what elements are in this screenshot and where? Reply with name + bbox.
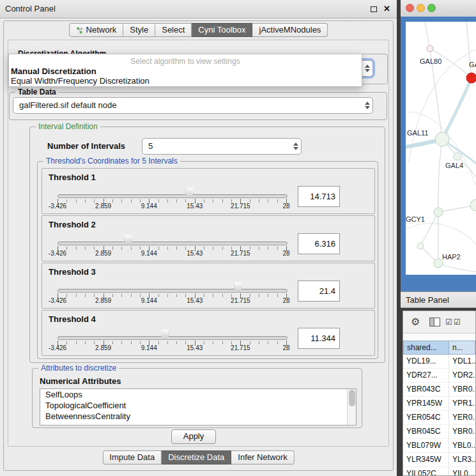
table-cell[interactable]: YIL0... xyxy=(449,467,475,476)
threshold-slider[interactable]: -3.4262.8599.14415.4321.71528 xyxy=(58,263,286,308)
control-panel-title: Control Panel xyxy=(5,0,56,18)
attribute-list-item[interactable]: SelfLoops xyxy=(40,389,356,400)
threshold-panel: Threshold 3 -3.4262.8599.14415.4321.7152… xyxy=(42,263,375,309)
attribute-list-item[interactable]: BetweennessCentrality xyxy=(40,411,356,422)
threshold-slider[interactable]: -3.4262.8599.14415.4321.71528 xyxy=(58,216,286,261)
number-of-intervals-combo[interactable]: 5 xyxy=(142,138,302,155)
table-cell[interactable]: YER0... xyxy=(449,411,475,424)
combo-stepper-icon[interactable] xyxy=(365,102,370,109)
thresholds-group-title: Threshold's Coordinates for 5 Intervals xyxy=(43,157,180,165)
table-row[interactable]: YDL19...YDL1... xyxy=(403,355,475,369)
network-node[interactable] xyxy=(470,199,476,211)
slider-scale-label: 21.715 xyxy=(231,203,250,210)
apply-button[interactable]: Apply xyxy=(171,429,216,444)
slider-track[interactable] xyxy=(58,194,288,198)
bottom-tab-infer-network[interactable]: Infer Network xyxy=(231,450,294,464)
scrollbar-thumb[interactable] xyxy=(349,390,355,406)
checkbox-icon[interactable]: ☑ xyxy=(454,318,461,326)
network-node-gcy1[interactable] xyxy=(434,208,443,217)
close-traffic-light-icon[interactable] xyxy=(406,4,414,12)
gear-icon[interactable]: ⚙ xyxy=(411,316,420,328)
threshold-slider[interactable]: -3.4262.8599.14415.4321.71528 xyxy=(58,311,286,355)
table-body: YDL19...YDL1...YDR27...YDR2...YBR043CYBR… xyxy=(403,355,475,476)
table-row[interactable]: YBR045CYBR0... xyxy=(403,425,475,439)
slider-minor-ticks xyxy=(58,247,287,250)
selected-red-node[interactable] xyxy=(466,73,476,83)
thresholds-group: Threshold's Coordinates for 5 Intervals … xyxy=(37,161,378,359)
columns-icon[interactable] xyxy=(429,318,440,326)
table-cell[interactable]: YLR345W xyxy=(403,453,449,466)
tab-style[interactable]: Style xyxy=(123,23,155,37)
table-row[interactable]: YIL052CYIL0... xyxy=(403,467,475,476)
tab-label: Cyni Toolbox xyxy=(198,25,245,35)
numerical-attributes-list[interactable]: SelfLoopsTopologicalCoefficientBetweenne… xyxy=(40,388,357,426)
combo-stepper-icon[interactable] xyxy=(293,142,298,150)
tab-jactivemnodules[interactable]: jActiveMNodules xyxy=(253,23,328,37)
float-window-icon[interactable] xyxy=(371,6,377,12)
table-row[interactable]: YBL079WYBL0... xyxy=(403,439,475,453)
list-scrollbar[interactable] xyxy=(347,389,356,425)
numerical-attributes-label: Numerical Attributes xyxy=(40,376,121,386)
close-icon[interactable]: ✕ xyxy=(383,4,390,13)
table-cell[interactable]: YDR2... xyxy=(449,369,475,382)
table-data-group-title: Table Data xyxy=(15,88,59,96)
table-row[interactable]: YBR043CYBR0... xyxy=(403,383,475,397)
threshold-value-input[interactable]: 21.4 xyxy=(298,280,340,302)
network-node[interactable] xyxy=(417,243,424,249)
slider-scale-label: 9.144 xyxy=(141,203,157,210)
table-cell[interactable]: YBR043C xyxy=(403,383,449,396)
table-cell[interactable]: YPR145W xyxy=(403,397,449,410)
table-row[interactable]: YPR145WYPR1... xyxy=(403,397,475,411)
table-cell[interactable]: YBR045C xyxy=(403,425,449,438)
algorithm-placeholder: Select algorithm to view settings xyxy=(9,54,362,66)
table-cell[interactable]: YDL1... xyxy=(449,355,475,368)
bottom-tab-discretize-data[interactable]: Discretize Data xyxy=(162,450,231,464)
tab-network[interactable]: Network xyxy=(69,23,124,37)
column-header-shared-name[interactable]: shared... xyxy=(403,341,449,355)
checkbox-icon[interactable]: ☑ xyxy=(445,318,452,326)
network-node-hap2[interactable] xyxy=(434,259,443,268)
table-cell[interactable]: YER054C xyxy=(403,411,449,424)
table-row[interactable]: YER054CYER0... xyxy=(403,411,475,425)
table-cell[interactable]: YBL0... xyxy=(449,439,475,452)
network-node[interactable] xyxy=(427,45,433,52)
table-cell[interactable]: YBR0... xyxy=(449,383,475,396)
table-cell[interactable]: YLR3... xyxy=(449,453,475,466)
table-cell[interactable]: YDR27... xyxy=(403,369,449,382)
table-cell[interactable]: YBL079W xyxy=(403,439,449,452)
minimize-traffic-light-icon[interactable] xyxy=(417,4,425,12)
threshold-slider[interactable]: -3.4262.8599.14415.4321.71528 xyxy=(58,169,286,213)
threshold-value-input[interactable]: 11.344 xyxy=(298,328,340,349)
column-header-name[interactable]: n... xyxy=(449,341,475,355)
attribute-list-item[interactable]: TopologicalCoefficient xyxy=(40,400,356,411)
table-data-combo[interactable]: galFiltered.sif default node xyxy=(13,97,373,114)
combo-stepper-icon[interactable] xyxy=(365,65,370,72)
threshold-value-input[interactable]: 14.713 xyxy=(298,186,340,207)
table-cell[interactable]: YPR1... xyxy=(449,397,475,410)
slider-track[interactable] xyxy=(58,289,288,293)
network-node-gal11[interactable] xyxy=(435,132,449,146)
dropdown-option-equal-width-frequency[interactable]: Equal Width/Frequency Discretization xyxy=(9,76,362,86)
table-cell[interactable]: YDL19... xyxy=(403,355,449,368)
tab-label: jActiveMNodules xyxy=(259,25,321,35)
network-graph: GAL80 GAL11 GAL4 GCY1 HAP2 GA xyxy=(406,22,476,275)
tab-cyni-toolbox[interactable]: Cyni Toolbox xyxy=(192,23,252,37)
zoom-traffic-light-icon[interactable] xyxy=(427,4,436,12)
control-panel-titlebar[interactable]: Control Panel ✕ xyxy=(0,0,397,19)
slider-track[interactable] xyxy=(58,336,288,340)
table-panel-titlebar[interactable]: Table Panel xyxy=(401,291,476,308)
network-node-gal4[interactable] xyxy=(454,153,461,160)
table-cell[interactable]: YBR0... xyxy=(449,425,475,438)
slider-track[interactable] xyxy=(58,242,288,245)
table-cell[interactable]: YIL052C xyxy=(403,467,449,476)
table-row[interactable]: YDR27...YDR2... xyxy=(403,369,475,383)
network-window-titlebar[interactable] xyxy=(401,0,476,17)
threshold-value-input[interactable]: 6.316 xyxy=(298,233,340,254)
slider-scale-label: 2.859 xyxy=(95,203,111,210)
table-row[interactable]: YLR345WYLR3... xyxy=(403,453,475,467)
tab-select[interactable]: Select xyxy=(155,23,192,37)
bottom-tab-impute-data[interactable]: Impute Data xyxy=(102,450,162,464)
dropdown-option-manual-discretization[interactable]: Manual Discretization xyxy=(9,66,362,76)
network-canvas[interactable]: GAL80 GAL11 GAL4 GCY1 HAP2 GA xyxy=(406,22,476,275)
number-of-intervals-label: Number of Intervals xyxy=(47,141,125,151)
